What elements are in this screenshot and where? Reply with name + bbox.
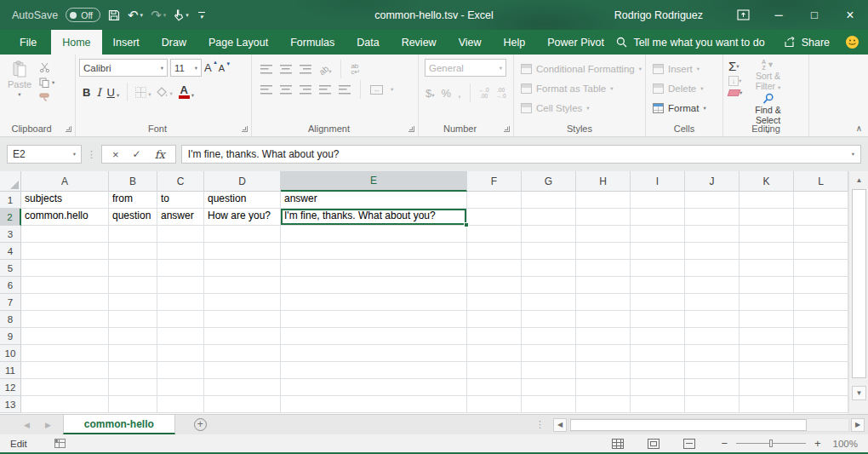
column-header-J[interactable]: J: [685, 171, 740, 192]
horizontal-scrollbar[interactable]: [568, 418, 849, 432]
row-header-2[interactable]: 2: [0, 209, 21, 226]
cell-J1[interactable]: [685, 192, 740, 209]
touch-mode-dropdown-icon[interactable]: ▾: [186, 12, 189, 18]
previous-sheet-icon[interactable]: ◀: [24, 421, 30, 429]
align-right-icon[interactable]: [300, 85, 311, 95]
cell-H8[interactable]: [576, 311, 631, 328]
autosum-dropdown-icon[interactable]: ▾: [736, 63, 739, 70]
cell-D4[interactable]: [204, 243, 281, 260]
cell-G7[interactable]: [522, 294, 576, 311]
align-bottom-icon[interactable]: [300, 65, 311, 74]
minimize-button[interactable]: ─: [761, 0, 797, 30]
cell-K1[interactable]: [740, 192, 794, 209]
tab-review[interactable]: Review: [391, 30, 448, 55]
conditional-formatting-button[interactable]: Conditional Formatting▾: [521, 59, 642, 78]
paste-dropdown-icon[interactable]: ▾: [18, 91, 20, 98]
cell-J8[interactable]: [685, 311, 740, 328]
cell-C1[interactable]: to: [157, 192, 204, 209]
cell-K2[interactable]: [740, 209, 794, 226]
scroll-right-icon[interactable]: ▶: [851, 418, 865, 432]
cell-A13[interactable]: [21, 396, 109, 413]
cell-C4[interactable]: [157, 243, 204, 260]
cell-I1[interactable]: [631, 192, 685, 209]
cell-D12[interactable]: [204, 379, 281, 396]
cell-F4[interactable]: [467, 243, 522, 260]
formula-bar-splitter[interactable]: ⋮: [87, 149, 96, 160]
customize-quick-access-toolbar-button[interactable]: ▾: [198, 12, 205, 19]
cell-F7[interactable]: [467, 294, 522, 311]
font-color-button[interactable]: A▾: [179, 85, 194, 99]
currency-button[interactable]: $▾: [425, 85, 435, 101]
zoom-level[interactable]: 100%: [833, 439, 858, 449]
next-sheet-icon[interactable]: ▶: [45, 421, 51, 429]
cell-J9[interactable]: [685, 328, 740, 345]
borders-button[interactable]: ▾: [135, 87, 151, 98]
cell-L4[interactable]: [794, 243, 848, 260]
cell-B8[interactable]: [109, 311, 157, 328]
cell-A8[interactable]: [21, 311, 109, 328]
font-size-select[interactable]: 11▾: [170, 59, 202, 77]
cell-F5[interactable]: [467, 260, 522, 277]
cell-E12[interactable]: [281, 379, 467, 396]
vertical-scrollbar-thumb[interactable]: [852, 189, 866, 378]
zoom-slider-thumb[interactable]: [769, 440, 773, 447]
zoom-out-button[interactable]: −: [721, 437, 728, 450]
cell-I3[interactable]: [631, 226, 685, 243]
cell-E9[interactable]: [281, 328, 467, 345]
macro-record-icon[interactable]: [54, 439, 66, 448]
cell-G10[interactable]: [522, 345, 576, 362]
cell-I5[interactable]: [631, 260, 685, 277]
cell-C10[interactable]: [157, 345, 204, 362]
cell-F13[interactable]: [467, 396, 522, 413]
cell-I11[interactable]: [631, 362, 685, 379]
cell-E11[interactable]: [281, 362, 467, 379]
align-top-icon[interactable]: [260, 65, 272, 74]
column-header-H[interactable]: H: [576, 171, 631, 192]
copy-button[interactable]: ▾: [39, 78, 54, 88]
cell-H1[interactable]: [576, 192, 631, 209]
cell-L1[interactable]: [794, 192, 848, 209]
fill-dropdown-icon[interactable]: ▾: [739, 78, 741, 84]
cell-F1[interactable]: [467, 192, 522, 209]
cell-D9[interactable]: [204, 328, 281, 345]
share-button[interactable]: Share: [784, 37, 830, 49]
tab-draw[interactable]: Draw: [151, 30, 197, 55]
cell-B6[interactable]: [109, 277, 157, 294]
column-header-F[interactable]: F: [467, 171, 522, 192]
formula-bar-expand-icon[interactable]: ▾: [852, 151, 854, 158]
row-header-11[interactable]: 11: [0, 362, 21, 379]
cut-button[interactable]: [39, 62, 54, 72]
cell-K12[interactable]: [740, 379, 794, 396]
cell-D6[interactable]: [204, 277, 281, 294]
cell-K8[interactable]: [740, 311, 794, 328]
font-color-dropdown-icon[interactable]: ▾: [191, 92, 194, 99]
tab-insert[interactable]: Insert: [102, 30, 151, 55]
cell-A9[interactable]: [21, 328, 109, 345]
cell-G5[interactable]: [522, 260, 576, 277]
column-header-I[interactable]: I: [631, 171, 685, 192]
cell-L11[interactable]: [794, 362, 848, 379]
cell-K10[interactable]: [740, 345, 794, 362]
insert-function-button[interactable]: fx: [155, 148, 165, 161]
row-header-12[interactable]: 12: [0, 379, 21, 396]
cell-G9[interactable]: [522, 328, 576, 345]
cell-K9[interactable]: [740, 328, 794, 345]
percent-button[interactable]: %: [442, 87, 452, 100]
cell-D2[interactable]: How are you?: [204, 209, 281, 226]
cell-J6[interactable]: [685, 277, 740, 294]
vertical-scrollbar[interactable]: ▲ ▼: [848, 171, 868, 414]
cell-I4[interactable]: [631, 243, 685, 260]
cell-H3[interactable]: [576, 226, 631, 243]
alignment-dialog-launcher[interactable]: [408, 126, 414, 132]
cell-E8[interactable]: [281, 311, 467, 328]
bold-button[interactable]: B: [83, 86, 90, 99]
autosave-toggle[interactable]: Off: [66, 8, 100, 22]
cell-I10[interactable]: [631, 345, 685, 362]
ribbon-display-options-button[interactable]: [725, 0, 761, 30]
cell-C5[interactable]: [157, 260, 204, 277]
cell-B9[interactable]: [109, 328, 157, 345]
row-header-4[interactable]: 4: [0, 243, 21, 260]
cell-D13[interactable]: [204, 396, 281, 413]
save-button[interactable]: [108, 9, 120, 21]
fill-handle[interactable]: [464, 222, 469, 227]
